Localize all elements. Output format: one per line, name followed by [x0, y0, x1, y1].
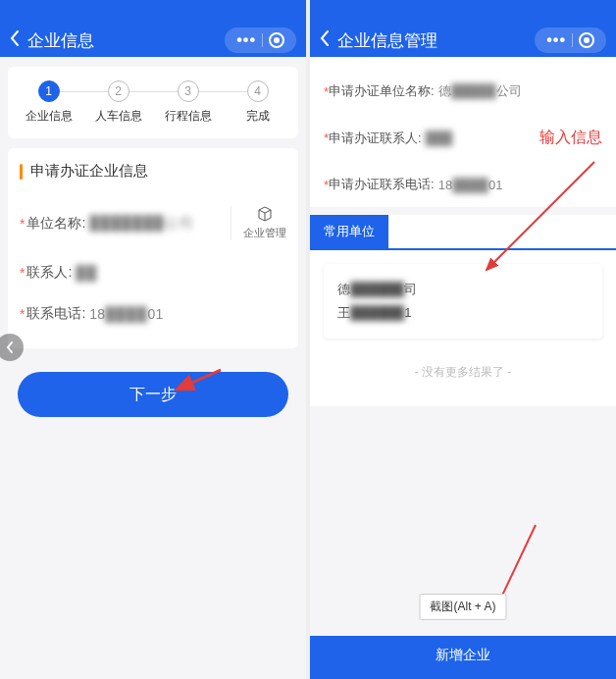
field-label: 联系电话: — [26, 305, 85, 323]
field-value: 18████01 — [89, 306, 163, 322]
frequent-section: 常用单位 德██████司 王██████1 - 没有更多结果了 - — [310, 215, 616, 406]
svg-line-0 — [177, 370, 221, 390]
back-icon[interactable] — [10, 30, 20, 51]
back-icon[interactable] — [320, 30, 330, 51]
mgmt-label: 企业管理 — [243, 226, 286, 240]
tab-bar: 常用单位 — [310, 215, 616, 250]
apply-phone-row[interactable]: * 申请办证联系电话: 18████01 — [324, 162, 602, 207]
screenshot-tooltip: 截图(Alt + A) — [419, 594, 506, 620]
required-marker: * — [20, 216, 25, 232]
step-label: 完成 — [246, 108, 270, 125]
miniprogram-menu[interactable]: ••• — [535, 27, 606, 53]
add-enterprise-button[interactable]: 新增企业 — [310, 636, 616, 679]
field-value: ███ — [426, 131, 453, 145]
stepper-card: 1 企业信息 2 人车信息 3 行程信息 4 完成 — [8, 67, 298, 138]
enterprise-info-card: 申请办证企业信息 * 单位名称: ███████公司 企业管理 * 联系人: █… — [8, 148, 298, 348]
header-bar: 企业信息管理 ••• — [310, 0, 616, 57]
no-more-text: - 没有更多结果了 - — [310, 339, 616, 406]
company-name-row[interactable]: * 单位名称: ███████公司 企业管理 — [20, 194, 286, 252]
result-card[interactable]: 德██████司 王██████1 — [324, 264, 602, 339]
close-target-icon[interactable] — [269, 32, 284, 48]
more-icon[interactable]: ••• — [231, 31, 262, 49]
field-value: 德█████公司 — [438, 82, 522, 100]
left-screen: 企业信息 ••• 1 企业信息 2 人车信息 3 — [0, 0, 306, 679]
step-circle: 4 — [247, 80, 269, 102]
step-circle: 2 — [108, 80, 129, 102]
apply-company-row[interactable]: * 申请办证单位名称: 德█████公司 — [324, 69, 602, 114]
field-value: 18████01 — [438, 178, 503, 192]
step-2: 2 人车信息 — [83, 80, 153, 125]
page-title: 企业信息管理 — [337, 29, 535, 52]
step-3: 3 行程信息 — [153, 80, 223, 125]
more-icon[interactable]: ••• — [540, 31, 572, 49]
close-target-icon[interactable] — [579, 32, 594, 48]
result-line: 王██████1 — [337, 301, 589, 325]
page-title: 企业信息 — [27, 29, 225, 52]
field-label: 申请办证单位名称: — [329, 82, 435, 100]
field-label: 联系人: — [26, 264, 72, 282]
step-circle: 1 — [38, 80, 60, 102]
tab-frequent[interactable]: 常用单位 — [310, 215, 388, 248]
annotation-text: 输入信息 — [539, 128, 602, 148]
step-4: 4 完成 — [223, 80, 292, 125]
enterprise-manage-button[interactable]: 企业管理 — [231, 206, 286, 240]
step-circle: 3 — [178, 80, 199, 102]
step-label: 行程信息 — [165, 108, 212, 125]
field-label: 申请办证联系人: — [329, 130, 422, 147]
cube-icon — [257, 206, 273, 226]
contact-person-row[interactable]: * 联系人: ██ — [20, 252, 286, 293]
result-line: 德██████司 — [337, 278, 589, 301]
pill-separator — [572, 33, 573, 47]
field-label: 申请办证联系电话: — [329, 176, 435, 193]
required-marker: * — [20, 306, 25, 322]
required-marker: * — [20, 265, 25, 281]
carousel-prev-icon[interactable] — [0, 334, 24, 361]
field-value: ██ — [76, 265, 97, 281]
next-button[interactable]: 下一步 — [18, 372, 288, 417]
section-title: 申请办证企业信息 — [20, 162, 286, 181]
contact-phone-row[interactable]: * 联系电话: 18████01 — [20, 293, 286, 335]
form-body: * 申请办证单位名称: 德█████公司 * 申请办证联系人: ███ 输入信息… — [310, 57, 616, 207]
header-bar: 企业信息 ••• — [0, 0, 306, 57]
right-screen: 企业信息管理 ••• * 申请办证单位名称: 德█████公司 * 申请办证联系… — [310, 0, 616, 679]
step-1: 1 企业信息 — [14, 80, 83, 125]
apply-contact-row[interactable]: * 申请办证联系人: ███ 输入信息 — [324, 114, 602, 162]
step-label: 人车信息 — [95, 108, 142, 125]
step-label: 企业信息 — [26, 108, 73, 125]
miniprogram-menu[interactable]: ••• — [225, 27, 296, 53]
field-label: 单位名称: — [26, 215, 85, 233]
field-value: ███████公司 — [89, 215, 193, 233]
annotation-arrow-icon — [167, 365, 226, 394]
pill-separator — [262, 33, 263, 47]
